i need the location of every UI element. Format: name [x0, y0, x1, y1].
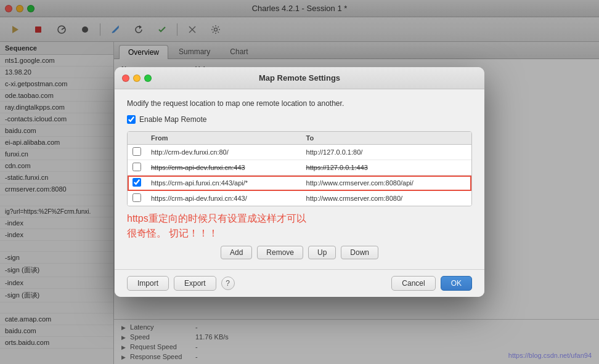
import-button[interactable]: Import	[127, 276, 169, 291]
row-checkbox[interactable]	[132, 178, 141, 187]
add-button[interactable]: Add	[221, 246, 252, 259]
modal-traffic-lights	[122, 75, 152, 82]
col-to: To	[301, 132, 471, 145]
row-checkbox-cell	[128, 145, 146, 160]
modal-description: Modify the request location to map one r…	[127, 99, 472, 108]
row-from: https://crm-api-dev.funxi.cn:443	[146, 160, 301, 176]
table-row[interactable]: https://crm-api-dev.funxi.cn:443 https:/…	[128, 160, 471, 176]
modal-minimize-button[interactable]	[133, 75, 141, 82]
row-checkbox[interactable]	[132, 163, 141, 171]
modal-titlebar: Map Remote Settings	[115, 67, 484, 89]
row-checkbox-cell	[128, 160, 146, 176]
row-checkbox-cell	[128, 176, 146, 191]
up-button[interactable]: Up	[308, 246, 336, 259]
modal-footer: Import Export ? Cancel OK	[115, 269, 484, 297]
row-checkbox-cell	[128, 191, 146, 206]
row-from: https://crm-api.funxi.cn:443/api/*	[146, 176, 301, 191]
footer-right: Cancel OK	[391, 276, 472, 291]
table-row[interactable]: http://crm-dev.funxi.cn:80/ http://127.0…	[128, 145, 471, 160]
mapping-table-wrapper: From To http://crm-dev.funxi.cn:80/ http…	[127, 131, 472, 206]
modal-close-button[interactable]	[122, 75, 129, 82]
table-row[interactable]: https://crm-api.funxi.cn:443/api/* http:…	[128, 176, 471, 191]
modal-overlay: Map Remote Settings Modify the request l…	[0, 0, 599, 364]
modal-title: Map Remote Settings	[259, 73, 340, 83]
row-to: http://www.crmserver.com:8080/api/	[301, 176, 471, 191]
ok-button[interactable]: OK	[441, 276, 472, 291]
row-from: https://crm-api-dev.funxi.cn:443/	[146, 191, 301, 206]
help-button[interactable]: ?	[221, 277, 235, 290]
row-to: http://www.crmserver.com:8080/	[301, 191, 471, 206]
enable-checkbox-row: Enable Map Remote	[127, 115, 472, 124]
row-checkbox[interactable]	[132, 193, 141, 202]
row-checkbox[interactable]	[132, 147, 141, 156]
modal-body: Modify the request location to map one r…	[115, 89, 484, 269]
col-from: From	[146, 132, 301, 145]
export-button[interactable]: Export	[174, 276, 216, 291]
cancel-button[interactable]: Cancel	[391, 276, 435, 291]
row-to: http://127.0.0.1:80/	[301, 145, 471, 160]
footer-left: Import Export ?	[127, 276, 235, 291]
row-to: https://127.0.0.1:443	[301, 160, 471, 176]
enable-map-remote-label[interactable]: Enable Map Remote	[139, 115, 206, 124]
map-remote-settings-dialog: Map Remote Settings Modify the request l…	[115, 67, 484, 297]
enable-map-remote-checkbox[interactable]	[127, 115, 136, 124]
annotation-text: https重定向的时候只有设置成这样才可以 很奇怪。 切记！！！	[127, 211, 472, 241]
modal-maximize-button[interactable]	[144, 75, 152, 82]
table-header-row: From To	[128, 132, 471, 145]
table-row[interactable]: https://crm-api-dev.funxi.cn:443/ http:/…	[128, 191, 471, 206]
remove-button[interactable]: Remove	[257, 246, 303, 259]
mapping-table: From To http://crm-dev.funxi.cn:80/ http…	[128, 132, 471, 206]
col-checkbox	[128, 132, 146, 145]
action-buttons: Add Remove Up Down	[127, 246, 472, 259]
row-from: http://crm-dev.funxi.cn:80/	[146, 145, 301, 160]
down-button[interactable]: Down	[341, 246, 378, 259]
